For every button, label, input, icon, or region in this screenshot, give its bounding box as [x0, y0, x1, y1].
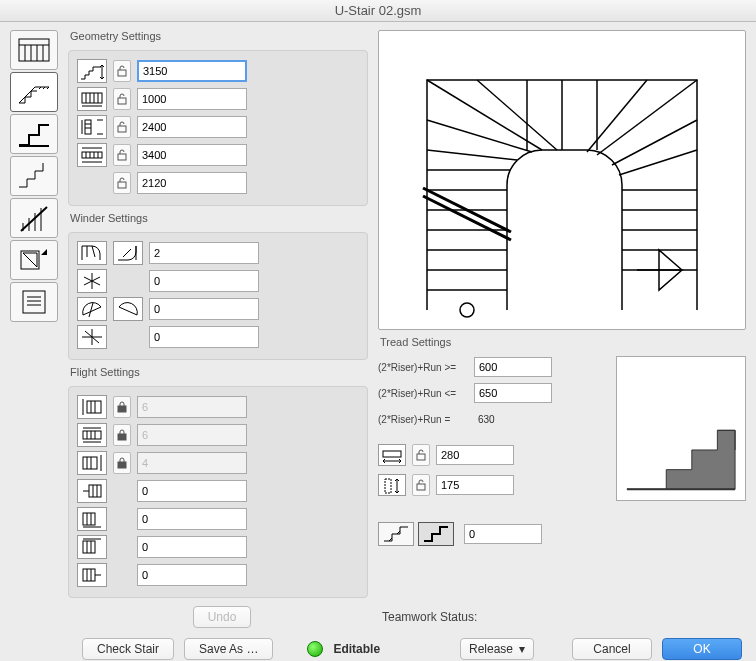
check-stair-button[interactable]: Check Stair: [82, 638, 174, 660]
svg-line-106: [427, 120, 532, 152]
svg-rect-14: [19, 145, 49, 147]
svg-rect-66: [87, 401, 101, 413]
svg-rect-129: [417, 484, 425, 490]
release-dropdown[interactable]: Release ▾: [460, 638, 534, 660]
flight-ext3-input[interactable]: [137, 536, 247, 558]
flight-ext1-input[interactable]: [137, 480, 247, 502]
window-title: U-Stair 02.gsm: [0, 0, 756, 22]
sidebar-tab-symbol[interactable]: [10, 240, 58, 280]
tread-settings-label: Tread Settings: [378, 336, 746, 348]
lock-icon[interactable]: [113, 172, 131, 194]
svg-line-105: [427, 150, 517, 160]
geometry-settings-group: [68, 50, 368, 206]
svg-rect-70: [83, 431, 101, 439]
winder-offset3-icon: [113, 297, 143, 321]
sidebar-tab-railing[interactable]: [10, 198, 58, 238]
tread-ge-label: (2*Riser)+Run >=: [378, 362, 468, 373]
svg-rect-42: [82, 152, 102, 158]
undo-button[interactable]: Undo: [193, 606, 252, 628]
nosing-value-input[interactable]: [464, 524, 542, 544]
svg-rect-34: [118, 98, 126, 104]
svg-rect-76: [118, 434, 126, 440]
ok-button[interactable]: OK: [662, 638, 742, 660]
teamwork-status-label: Teamwork Status:: [382, 610, 477, 624]
flight-middle-input: [137, 424, 247, 446]
svg-line-113: [597, 80, 697, 155]
svg-line-60: [89, 303, 93, 317]
flight-ext2-input[interactable]: [137, 508, 247, 530]
geom-length1-input[interactable]: [137, 116, 247, 138]
svg-line-107: [427, 80, 542, 150]
stair-plan-preview: [378, 30, 746, 330]
svg-rect-127: [385, 479, 391, 493]
svg-line-53: [92, 246, 95, 257]
lock-icon[interactable]: [113, 88, 131, 110]
sidebar-tab-listing[interactable]: [10, 282, 58, 322]
stair-section-preview: [616, 356, 746, 501]
lock-closed-icon[interactable]: [113, 452, 131, 474]
geom-width-input[interactable]: [137, 88, 247, 110]
geom-height-input[interactable]: [137, 60, 247, 82]
svg-rect-50: [118, 182, 126, 188]
winder-count-input[interactable]: [149, 242, 259, 264]
lock-icon[interactable]: [412, 444, 430, 466]
geom-extra-input[interactable]: [137, 172, 247, 194]
svg-rect-27: [118, 70, 126, 76]
lock-closed-icon[interactable]: [113, 424, 131, 446]
flight-ext4-icon: [77, 563, 107, 587]
sidebar-tab-geometry[interactable]: [10, 72, 58, 112]
lock-closed-icon[interactable]: [113, 396, 131, 418]
winder-offset2-icon: [77, 297, 107, 321]
tread-rise-icon: [378, 474, 406, 496]
sidebar-tab-tread[interactable]: [10, 156, 58, 196]
sidebar: [10, 30, 58, 598]
lock-icon[interactable]: [113, 116, 131, 138]
svg-rect-83: [89, 485, 101, 497]
svg-line-15: [21, 207, 47, 231]
geom-length2-icon: [77, 143, 107, 167]
flight-ext3-icon: [77, 535, 107, 559]
release-dropdown-label: Release: [469, 642, 513, 656]
svg-rect-77: [83, 457, 97, 469]
lock-icon[interactable]: [113, 60, 131, 82]
winder-offset3-input[interactable]: [149, 326, 259, 348]
winder-type2-icon: [113, 241, 143, 265]
winder-offset2-input[interactable]: [149, 298, 259, 320]
flight-upper-input: [137, 452, 247, 474]
svg-rect-22: [23, 291, 45, 313]
nosing-style-a-button[interactable]: [378, 522, 414, 546]
svg-rect-28: [82, 93, 102, 103]
svg-marker-21: [23, 253, 37, 267]
lock-icon[interactable]: [412, 474, 430, 496]
sidebar-tab-structure[interactable]: [10, 114, 58, 154]
flight-ext4-input[interactable]: [137, 564, 247, 586]
svg-line-114: [612, 120, 697, 165]
svg-line-112: [587, 80, 647, 152]
svg-line-55: [123, 249, 131, 257]
tread-rise-input[interactable]: [436, 475, 514, 495]
tread-le-input[interactable]: [474, 383, 552, 403]
lock-icon[interactable]: [113, 144, 131, 166]
nosing-style-b-button[interactable]: [418, 522, 454, 546]
svg-point-123: [460, 303, 474, 317]
geom-length1-icon: [77, 115, 107, 139]
tread-run-input[interactable]: [436, 445, 514, 465]
winder-offset1-input[interactable]: [149, 270, 259, 292]
sidebar-tab-plan[interactable]: [10, 30, 58, 70]
svg-rect-69: [118, 406, 126, 412]
geom-length2-input[interactable]: [137, 144, 247, 166]
svg-rect-35: [85, 120, 91, 134]
svg-rect-124: [383, 451, 401, 457]
tread-ge-input[interactable]: [474, 357, 552, 377]
cancel-button[interactable]: Cancel: [572, 638, 652, 660]
geometry-settings-label: Geometry Settings: [68, 30, 368, 42]
tread-eq-value: 630: [474, 414, 552, 425]
flight-settings-group: [68, 386, 368, 598]
svg-line-61: [119, 307, 137, 315]
svg-rect-86: [83, 513, 95, 525]
tread-le-label: (2*Riser)+Run <=: [378, 388, 468, 399]
save-as-button[interactable]: Save As …: [184, 638, 273, 660]
tread-eq-label: (2*Riser)+Run =: [378, 414, 468, 425]
flight-middle-icon: [77, 423, 107, 447]
flight-ext2-icon: [77, 507, 107, 531]
